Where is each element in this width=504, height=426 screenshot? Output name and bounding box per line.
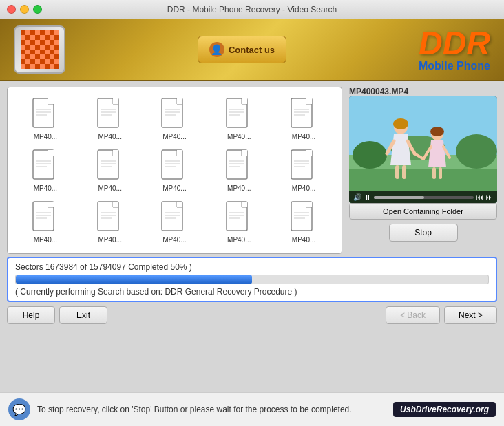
file-item[interactable]: MP40... xyxy=(273,146,335,195)
file-item[interactable]: MP40... xyxy=(208,198,270,246)
svg-rect-57 xyxy=(25,59,30,64)
usb-badge-text: UsbDriveRecovery.org xyxy=(400,405,489,414)
svg-rect-66 xyxy=(48,98,54,104)
ddr-logo: DDR Mobile Phone xyxy=(419,27,490,72)
svg-rect-37 xyxy=(21,35,25,40)
preview-image xyxy=(349,96,497,203)
svg-rect-54 xyxy=(30,54,35,59)
svg-rect-6 xyxy=(35,35,40,40)
right-panel: MP400043.MP4 xyxy=(349,87,497,254)
progress-bar xyxy=(15,275,489,284)
svg-rect-18 xyxy=(30,50,35,54)
svg-rect-20 xyxy=(50,50,54,54)
svg-rect-29 xyxy=(25,64,30,69)
info-bar: 💬 To stop recovery, click on 'Stop' Butt… xyxy=(0,392,504,426)
svg-rect-126 xyxy=(177,202,182,207)
svg-rect-55 xyxy=(40,54,45,59)
svg-rect-157 xyxy=(439,167,442,179)
checkerboard-logo xyxy=(21,30,59,69)
forward-icon[interactable]: ⏭ xyxy=(486,193,493,201)
svg-rect-136 xyxy=(306,202,312,207)
file-label: MP40... xyxy=(292,184,315,192)
file-label: MP40... xyxy=(292,133,315,140)
video-progress-bar[interactable] xyxy=(374,196,474,199)
file-item[interactable]: MP40... xyxy=(14,146,76,195)
file-icon xyxy=(32,97,59,130)
left-panel: MP40... MP40... MP40... xyxy=(7,87,342,254)
file-icon xyxy=(160,149,188,182)
svg-rect-7 xyxy=(45,35,50,40)
svg-rect-24 xyxy=(54,54,59,59)
app-logo-box xyxy=(14,25,65,74)
file-item[interactable]: MP40... xyxy=(144,94,206,143)
file-item[interactable]: MP40... xyxy=(79,198,141,246)
file-item[interactable]: MP40... xyxy=(144,198,206,246)
maximize-button[interactable] xyxy=(33,5,42,14)
svg-rect-39 xyxy=(40,35,45,40)
preview-filename: MP400043.MP4 xyxy=(349,87,497,96)
file-icon xyxy=(32,200,59,233)
exit-button[interactable]: Exit xyxy=(59,306,107,324)
file-item[interactable]: MP40... xyxy=(273,198,335,246)
file-item[interactable]: MP40... xyxy=(79,94,141,143)
contact-button[interactable]: 👤 Contact us xyxy=(198,36,286,63)
svg-rect-19 xyxy=(40,50,45,54)
svg-rect-49 xyxy=(25,50,30,54)
main-layout: MP40... MP40... MP40... xyxy=(0,81,504,257)
nav-right: < Back Next > xyxy=(386,306,497,324)
file-icon xyxy=(225,200,253,233)
window-title: DDR - Mobile Phone Recovery - Video Sear… xyxy=(167,5,337,14)
svg-rect-48 xyxy=(50,45,54,50)
file-icon xyxy=(290,149,317,182)
svg-rect-52 xyxy=(54,50,59,54)
svg-rect-35 xyxy=(45,30,50,35)
svg-rect-25 xyxy=(21,59,25,64)
svg-rect-111 xyxy=(306,150,312,156)
title-bar: DDR - Mobile Phone Recovery - Video Sear… xyxy=(0,0,504,19)
open-folder-button[interactable]: Open Containing Folder xyxy=(349,203,497,220)
progress-text: Sectors 1673984 of 15794097 Completed 50… xyxy=(15,262,489,272)
file-item[interactable]: MP40... xyxy=(14,94,76,143)
progress-info: ( Currently performing Search based on: … xyxy=(15,287,489,297)
svg-rect-36 xyxy=(54,30,59,35)
file-label: MP40... xyxy=(98,133,121,140)
svg-rect-30 xyxy=(35,64,40,69)
file-item[interactable]: MP40... xyxy=(208,94,270,143)
rewind-icon[interactable]: ⏮ xyxy=(476,193,483,201)
file-label: MP40... xyxy=(227,184,251,192)
file-icon xyxy=(290,97,317,130)
usb-badge: UsbDriveRecovery.org xyxy=(393,402,496,417)
svg-rect-76 xyxy=(177,98,182,104)
play-pause-button[interactable]: ⏸ xyxy=(364,193,371,201)
file-item[interactable]: MP40... xyxy=(144,146,206,195)
svg-rect-16 xyxy=(54,45,59,50)
svg-rect-53 xyxy=(21,54,25,59)
svg-rect-45 xyxy=(21,45,25,50)
svg-rect-17 xyxy=(21,50,25,54)
svg-rect-61 xyxy=(21,64,25,69)
svg-rect-21 xyxy=(25,54,30,59)
file-item[interactable]: MP40... xyxy=(14,198,76,246)
close-button[interactable] xyxy=(7,5,16,14)
file-label: MP40... xyxy=(227,236,251,244)
svg-rect-9 xyxy=(21,40,25,45)
header: 👤 Contact us DDR Mobile Phone xyxy=(0,19,504,81)
file-item[interactable]: MP40... xyxy=(273,94,335,143)
file-icon xyxy=(160,200,188,233)
svg-rect-150 xyxy=(395,165,399,179)
volume-icon[interactable]: 🔊 xyxy=(353,193,361,201)
back-button[interactable]: < Back xyxy=(386,306,440,324)
svg-rect-31 xyxy=(45,64,50,69)
file-item[interactable]: MP40... xyxy=(79,146,141,195)
svg-rect-11 xyxy=(40,40,45,45)
svg-rect-26 xyxy=(30,59,35,64)
next-button[interactable]: Next > xyxy=(444,306,497,324)
svg-rect-15 xyxy=(45,45,50,50)
contact-label: Contact us xyxy=(229,45,275,55)
stop-button[interactable]: Stop xyxy=(389,224,458,242)
contact-icon: 👤 xyxy=(209,42,224,57)
file-label: MP40... xyxy=(34,236,57,244)
file-item[interactable]: MP40... xyxy=(208,146,270,195)
minimize-button[interactable] xyxy=(20,5,29,14)
help-button[interactable]: Help xyxy=(7,306,55,324)
